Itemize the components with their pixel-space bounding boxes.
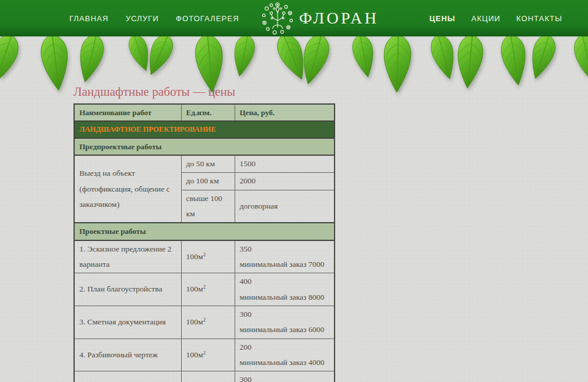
price-note: минимальный заказ 7000 bbox=[240, 257, 330, 272]
cell-unit: 100м2 bbox=[181, 371, 235, 382]
price-note: минимальный заказ 4000 bbox=[240, 355, 330, 370]
table-header-row: Наименование работ Ед.изм. Цена, руб. bbox=[74, 104, 335, 121]
floral-wreath-icon bbox=[260, 1, 295, 35]
price-value: 300 bbox=[240, 307, 330, 322]
cell-price: 400 минимальный заказ 8000 bbox=[235, 273, 335, 306]
unit-superscript: 2 bbox=[203, 284, 206, 290]
page-title: Ландшафтные работы — цены bbox=[74, 85, 334, 99]
nav-item-services[interactable]: УСЛУГИ bbox=[126, 14, 159, 23]
nav-item-home[interactable]: ГЛАВНАЯ bbox=[69, 14, 109, 23]
unit-value: 100м bbox=[186, 284, 203, 293]
table-row-improvement-plan: 2. План благоустройства 100м2 400 минима… bbox=[74, 273, 335, 306]
table-row-layout-drawing: 4. Разбивочный чертеж 100м2 200 минималь… bbox=[74, 339, 335, 371]
cell-price: 1500 bbox=[235, 155, 335, 173]
cell-unit: до 100 км bbox=[181, 173, 235, 190]
nav-right-group: ЦЕНЫ АКЦИИ КОНТАКТЫ bbox=[429, 14, 562, 23]
table-row-vertical-planning: 5. Вертикальная планировка 100м2 300 мин… bbox=[74, 371, 335, 382]
table-row-site-visit-1: Выезд на объект (фотофиксация, общение с… bbox=[74, 155, 335, 173]
cell-work-name: 3. Сметная документация bbox=[74, 306, 181, 339]
nav-item-gallery[interactable]: ФОТОГАЛЕРЕЯ bbox=[176, 14, 239, 23]
price-value: 400 bbox=[240, 274, 330, 289]
section-row-landscape-design: ЛАНДШАФТНОЕ ПРОЕКТИРОВАНИЕ bbox=[74, 121, 335, 138]
cell-unit: свыше 100 км bbox=[181, 190, 235, 223]
cell-price: договорная bbox=[235, 190, 335, 223]
subsection-row-project-works: Проектные работы bbox=[74, 223, 335, 240]
table-row-estimate-docs: 3. Сметная документация 100м2 300 минима… bbox=[74, 306, 335, 339]
unit-value: 100м bbox=[186, 350, 203, 359]
cell-unit: 100м2 bbox=[181, 306, 235, 339]
nav-left-group: ГЛАВНАЯ УСЛУГИ ФОТОГАЛЕРЕЯ bbox=[69, 14, 239, 23]
top-navigation: ГЛАВНАЯ УСЛУГИ ФОТОГАЛЕРЕЯ bbox=[0, 0, 588, 36]
unit-superscript: 2 bbox=[203, 349, 206, 355]
cell-work-name: 5. Вертикальная планировка bbox=[74, 371, 181, 382]
unit-superscript: 2 bbox=[203, 317, 206, 323]
price-value: 200 bbox=[240, 340, 330, 355]
cell-price: 200 минимальный заказ 4000 bbox=[235, 339, 335, 371]
brand-logo[interactable]: ФЛОРАН bbox=[260, 1, 379, 35]
cell-site-visit-name: Выезд на объект (фотофиксация, общение с… bbox=[74, 155, 181, 223]
cell-unit: 100м2 bbox=[181, 273, 235, 306]
column-header-unit: Ед.изм. bbox=[181, 104, 235, 121]
cell-unit: 100м2 bbox=[181, 240, 235, 273]
unit-superscript: 2 bbox=[203, 251, 206, 257]
nav-item-prices[interactable]: ЦЕНЫ bbox=[429, 14, 455, 23]
nav-item-promotions[interactable]: АКЦИИ bbox=[472, 14, 501, 23]
nav-item-contacts[interactable]: КОНТАКТЫ bbox=[516, 14, 562, 23]
unit-value: 100м bbox=[186, 317, 203, 326]
cell-price: 350 минимальный заказ 7000 bbox=[235, 240, 335, 273]
table-row-sketch-proposal: 1. Эскизное предложение 2 варианта 100м2… bbox=[74, 240, 335, 273]
cell-price: 2000 bbox=[235, 173, 335, 190]
main-content: Ландшафтные работы — цены Наименование р… bbox=[74, 85, 334, 382]
price-value: 350 bbox=[240, 242, 330, 257]
cell-unit: до 50 км bbox=[181, 155, 235, 173]
price-note: минимальный заказ 8000 bbox=[240, 290, 330, 305]
cell-work-name: 1. Эскизное предложение 2 варианта bbox=[74, 240, 181, 273]
subsection-title: Проектные работы bbox=[74, 223, 335, 240]
subsection-title: Предпроектные работы bbox=[74, 138, 335, 155]
price-value: 300 bbox=[240, 372, 330, 382]
cell-work-name: 2. План благоустройства bbox=[74, 273, 181, 306]
unit-value: 100м bbox=[186, 252, 203, 261]
price-note: минимальный заказ 6000 bbox=[240, 322, 330, 337]
cell-price: 300 минимальный заказ 6000 bbox=[235, 306, 335, 339]
price-table: Наименование работ Ед.изм. Цена, руб. ЛА… bbox=[74, 103, 335, 382]
brand-name: ФЛОРАН bbox=[299, 9, 379, 28]
subsection-row-pre-project: Предпроектные работы bbox=[74, 138, 335, 155]
cell-work-name: 4. Разбивочный чертеж bbox=[74, 339, 181, 371]
column-header-price: Цена, руб. bbox=[235, 104, 335, 121]
cell-unit: 100м2 bbox=[181, 339, 235, 371]
cell-price: 300 минимальный заказ 6000 bbox=[235, 371, 335, 382]
column-header-work-name: Наименование работ bbox=[74, 104, 181, 121]
section-title: ЛАНДШАФТНОЕ ПРОЕКТИРОВАНИЕ bbox=[74, 121, 335, 138]
